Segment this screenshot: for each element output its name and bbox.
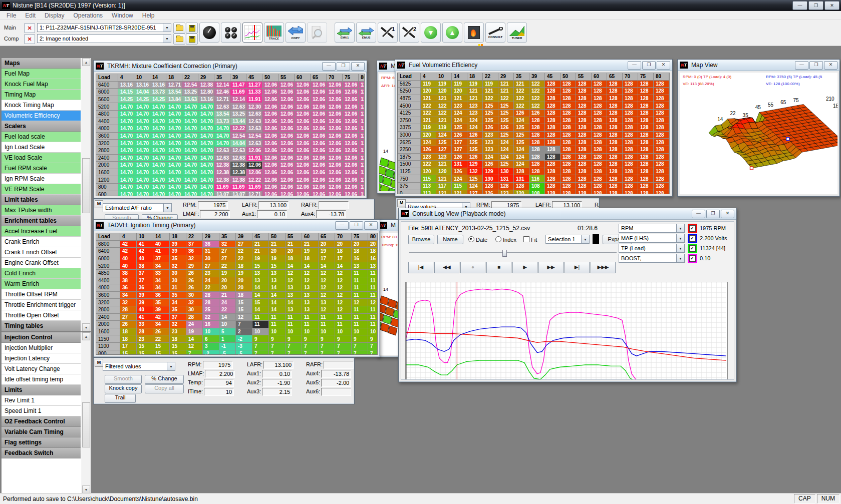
table-cell[interactable]: 33 [153,270,170,277]
table-cell[interactable]: 128 [545,154,560,161]
table-cell[interactable]: 36 [203,241,219,248]
sidebar-item-rev-limit-1[interactable]: Rev Limit 1 [2,395,81,406]
table-cell[interactable]: 128 [607,81,623,88]
table-cell[interactable]: 128 [607,110,623,117]
table-cell[interactable]: 14.70 [118,118,134,126]
name-button[interactable]: Name [437,235,463,244]
tuner-button[interactable]: TUNER [507,23,527,43]
table-cell[interactable]: 12.38 [214,176,230,184]
menu-item-help[interactable]: Help [138,12,159,20]
table-cell[interactable]: 119 [436,81,452,88]
table-cell[interactable]: 42 [120,248,137,255]
table-cell[interactable]: 120 [421,168,436,176]
smooth-button[interactable]: Smooth [105,375,142,384]
table-cell[interactable]: 128 [560,154,576,161]
table-cell[interactable]: 13 [252,270,269,277]
table-cell[interactable]: 21 [252,248,269,255]
table-cell[interactable]: 29 [186,262,203,270]
sidebar-item-max-tpulse-width[interactable]: Max TPulse width [2,205,81,216]
table-cell[interactable]: 18 [120,335,137,343]
table-cell[interactable]: 128 [623,161,638,168]
table-cell[interactable]: 14.70 [118,147,134,155]
table-cell[interactable]: 39 [153,306,170,314]
table-cell[interactable]: 34 [153,277,170,285]
chevron-down-icon[interactable]: ▼ [676,244,684,252]
table-cell[interactable]: 125 [483,117,498,125]
table-cell[interactable]: 113 [421,183,436,190]
table-cell[interactable]: 128 [607,102,623,110]
menu-item-window[interactable]: Window [107,12,138,20]
sidebar-item-ign-load-scale[interactable]: Ign Load Scale [2,142,81,153]
table-cell[interactable]: 7 [335,343,352,350]
table-cell[interactable]: 128 [545,161,560,168]
table-cell[interactable]: 14.70 [182,176,198,184]
table-cell[interactable]: 121 [467,88,483,95]
table-cell[interactable]: 128 [623,190,638,195]
multi-gauge-view-button[interactable] [221,23,241,43]
table-cell[interactable]: 126 [529,110,545,117]
table-cell[interactable]: 128 [607,95,623,103]
table-cell[interactable]: 121 [452,95,467,103]
table-cell[interactable]: 20 [219,277,236,285]
table-cell[interactable]: 13 [269,277,286,285]
table-cell[interactable]: 128 [592,190,607,195]
table-cell[interactable]: 11 [302,314,319,321]
table-cell[interactable]: 9 [335,335,352,343]
table-cell[interactable]: 40 [137,255,153,263]
table-cell[interactable]: 26 [186,277,203,285]
table-cell[interactable]: 15 [137,343,153,350]
gauge-view-button[interactable] [199,23,219,43]
table-cell[interactable]: 34 [153,284,170,292]
table-cell[interactable]: 124 [467,183,483,190]
table-cell[interactable]: 37 [170,314,186,321]
table-cell[interactable]: 35 [153,299,170,306]
table-cell[interactable]: 33 [137,321,153,328]
table-cell[interactable]: 15 [252,299,269,306]
table-cell[interactable]: 3 [203,343,219,350]
table-cell[interactable]: 12.06 [295,162,311,169]
table-cell[interactable]: 12.06 [343,82,359,89]
table-cell[interactable]: 12.06 [359,133,365,140]
table-cell[interactable]: 25 [203,306,219,314]
table-cell[interactable]: 122 [436,110,452,117]
tools-1-button[interactable]: 1 [378,23,398,43]
table-cell[interactable]: 123 [483,132,498,139]
table-cell[interactable]: 12.22 [230,125,246,133]
table-cell[interactable]: 128 [623,110,638,117]
table-cell[interactable]: 128 [592,102,607,110]
table-cell[interactable]: 14.70 [150,155,166,162]
table-cell[interactable]: 128 [560,168,576,176]
table-cell[interactable]: 12 [335,284,352,292]
table-cell[interactable]: 19 [319,248,335,255]
table-cell[interactable]: 122 [529,81,545,88]
table-cell[interactable]: 12.54 [230,133,246,140]
table-cell[interactable]: 14.04 [134,89,150,96]
table-cell[interactable]: 13.44 [230,118,246,126]
table-cell[interactable]: 30 [186,292,203,299]
sidebar-item-idle-offset-timing-temp[interactable]: Idle offset timing temp [2,374,81,385]
restore-button[interactable]: ❐ [808,1,823,10]
table-cell[interactable]: 124 [514,117,529,125]
table-cell[interactable]: 128 [560,190,576,195]
table-cell[interactable]: 7 [319,350,335,355]
fast-forward-button[interactable]: ▶▶ [538,262,564,273]
table-cell[interactable]: 12.06 [343,162,359,169]
table-cell[interactable]: 13 [286,292,302,299]
table-cell[interactable]: 130 [483,175,498,183]
table-cell[interactable]: 128 [592,146,607,154]
table-cell[interactable]: 128 [560,102,576,110]
slider-thumb[interactable] [502,250,507,257]
table-cell[interactable]: 14 [319,262,335,270]
table-cell[interactable]: 12.06 [311,147,327,155]
log-graph-frame[interactable] [405,282,728,380]
table-cell[interactable]: 14.70 [198,176,214,184]
table-cell[interactable]: 128 [623,124,638,132]
table-cell[interactable]: 37 [137,277,153,285]
table-cell[interactable]: 12.06 [262,118,278,126]
table-cell[interactable]: 12.06 [246,147,262,155]
table-cell[interactable]: 128 [623,154,638,161]
table-cell[interactable]: 31 [203,248,219,255]
table-cell[interactable]: 24 [203,277,219,285]
table-cell[interactable]: 12.06 [295,155,311,162]
table-cell[interactable]: 12.06 [327,169,343,177]
